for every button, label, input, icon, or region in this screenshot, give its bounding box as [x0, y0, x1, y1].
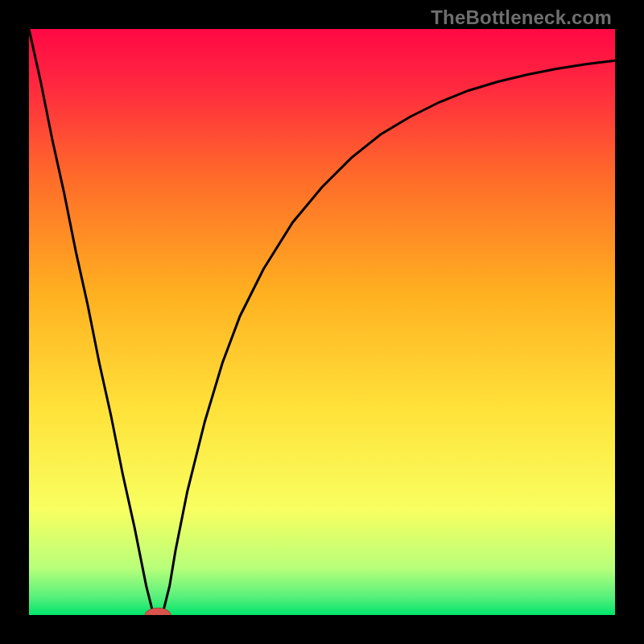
plot-area [29, 29, 615, 615]
watermark-text: TheBottleneck.com [431, 6, 612, 29]
chart-frame: TheBottleneck.com [0, 0, 644, 644]
gradient-background [29, 29, 615, 615]
chart-svg [29, 29, 615, 615]
